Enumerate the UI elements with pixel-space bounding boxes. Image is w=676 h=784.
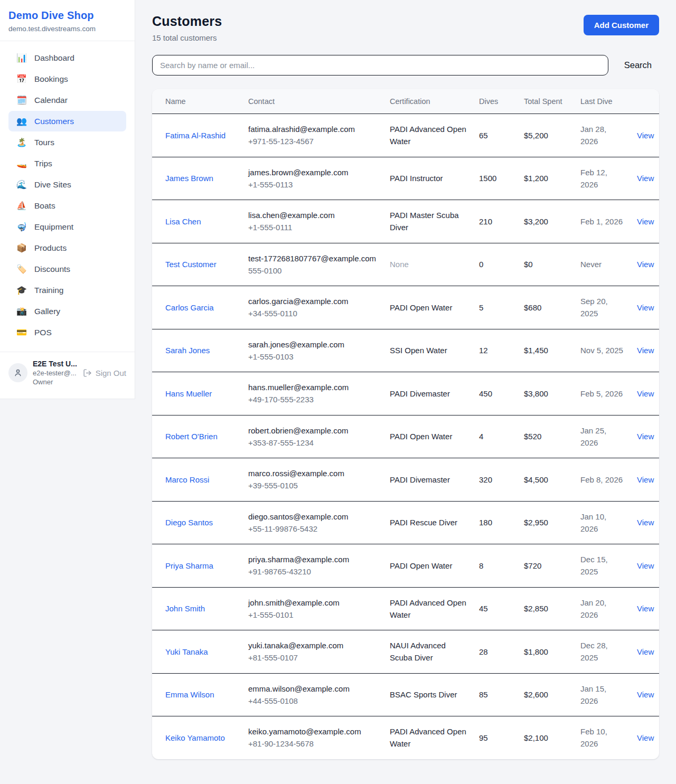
view-link[interactable]: View [637,303,654,312]
customer-name-link[interactable]: Keiko Yamamoto [165,733,225,742]
customer-certification: PADI Advanced Open Water [383,114,473,157]
sidebar-item-training[interactable]: 🎓 Training [8,280,126,300]
wave-icon: 🌊 [16,180,27,190]
customer-email: fatima.alrashid@example.com [248,123,377,135]
customer-name-link[interactable]: Hans Mueller [165,389,212,398]
customer-dives: 95 [473,716,518,759]
sidebar-item-trips[interactable]: 🚤 Trips [8,153,126,174]
sidebar-item-boats[interactable]: ⛵ Boats [8,195,126,216]
customer-phone: +81-555-0107 [248,651,377,664]
view-link[interactable]: View [637,217,654,226]
view-link[interactable]: View [637,604,654,613]
customer-name-link[interactable]: James Brown [165,174,213,183]
sidebar-item-dive-sites[interactable]: 🌊 Dive Sites [8,174,126,195]
customer-total-spent: $0 [518,243,574,286]
customer-name-link[interactable]: Yuki Tanaka [165,647,208,656]
customer-name-link[interactable]: Lisa Chen [165,217,201,226]
customer-name-link[interactable]: Robert O'Brien [165,432,218,441]
customer-name-link[interactable]: Test Customer [165,260,217,269]
customer-certification: PADI Advanced Open Water [383,716,473,759]
customer-phone: 555-0100 [248,265,377,277]
sidebar-item-customers[interactable]: 👥 Customers [8,111,126,131]
view-link[interactable]: View [637,518,654,527]
customer-last-dive: Jan 15, 2026 [574,673,631,716]
view-link[interactable]: View [637,432,654,441]
sidebar-item-label: Discounts [34,265,70,274]
customer-dives: 85 [473,673,518,716]
sidebar-item-gallery[interactable]: 📸 Gallery [8,301,126,322]
customer-phone: +1-555-0111 [248,221,377,233]
sign-out-label: Sign Out [96,369,126,377]
page-title: Customers [152,14,222,29]
view-link[interactable]: View [637,475,654,484]
sidebar-item-discounts[interactable]: 🏷️ Discounts [8,259,126,279]
customer-certification: NAUI Advanced Scuba Diver [383,630,473,674]
sidebar-item-equipment[interactable]: 🤿 Equipment [8,216,126,237]
customer-email: sarah.jones@example.com [248,338,377,351]
customer-name-link[interactable]: Priya Sharma [165,561,213,570]
view-link[interactable]: View [637,561,654,570]
page-header-text: Customers 15 total customers [152,14,222,42]
customer-total-spent: $3,200 [518,200,574,243]
avatar [8,363,27,382]
customer-email: hans.mueller@example.com [248,381,377,393]
view-link[interactable]: View [637,389,654,398]
customer-phone: +34-555-0110 [248,307,377,319]
search-button[interactable]: Search [624,60,652,70]
view-link[interactable]: View [637,733,654,742]
customer-email: emma.wilson@example.com [248,683,377,695]
view-link[interactable]: View [637,131,654,140]
sidebar-item-bookings[interactable]: 📅 Bookings [8,69,126,89]
view-link[interactable]: View [637,260,654,269]
customer-name-link[interactable]: Emma Wilson [165,690,214,699]
view-link[interactable]: View [637,174,654,183]
sidebar-item-tours[interactable]: 🏝️ Tours [8,132,126,153]
customer-name-link[interactable]: John Smith [165,604,205,613]
sidebar-nav: 📊 Dashboard 📅 Bookings 🗓️ Calendar 👥 Cus… [0,41,135,351]
view-link[interactable]: View [637,346,654,355]
table-row: Emma Wilson emma.wilson@example.com+44-5… [152,673,659,716]
sidebar-item-label: Products [34,243,67,253]
customer-last-dive: Jan 20, 2026 [574,587,631,630]
customer-certification: PADI Master Scuba Diver [383,200,473,243]
table-row: Priya Sharma priya.sharma@example.com+91… [152,544,659,588]
add-customer-button[interactable]: Add Customer [584,15,659,35]
customer-phone: +49-170-555-2233 [248,393,377,405]
customer-certification: SSI Open Water [383,329,473,372]
customer-last-dive: Never [574,243,631,286]
customer-phone: +81-90-1234-5678 [248,738,377,750]
customer-last-dive: Nov 5, 2025 [574,329,631,372]
column-header-actions [631,89,659,114]
view-link[interactable]: View [637,647,654,656]
customer-phone: +971-55-123-4567 [248,135,377,147]
search-input[interactable] [152,55,608,75]
customer-name-link[interactable]: Diego Santos [165,518,213,527]
customer-total-spent: $4,500 [518,458,574,502]
customers-table-card: Name Contact Certification Dives Total S… [152,89,659,759]
customer-dives: 1500 [473,157,518,200]
user-box: E2E Test U... e2e-tester@... Owner Sign … [0,352,135,393]
user-email: e2e-tester@... [33,369,78,377]
dashboard-icon: 📊 [16,53,27,63]
column-header-dives: Dives [473,89,518,114]
customer-dives: 65 [473,114,518,157]
customer-email: lisa.chen@example.com [248,209,377,221]
customer-dives: 8 [473,544,518,588]
customer-certification: PADI Open Water [383,286,473,329]
customer-name-link[interactable]: Carlos Garcia [165,303,214,312]
sidebar-item-calendar[interactable]: 🗓️ Calendar [8,90,126,110]
sidebar-item-pos[interactable]: 💳 POS [8,322,126,343]
view-link[interactable]: View [637,690,654,699]
customer-name-link[interactable]: Marco Rossi [165,475,209,484]
sidebar-item-dashboard[interactable]: 📊 Dashboard [8,48,126,68]
customer-certification: PADI Open Water [383,544,473,588]
customer-name-link[interactable]: Sarah Jones [165,346,210,355]
customer-phone: +1-555-0101 [248,609,377,621]
customer-name-link[interactable]: Fatima Al-Rashid [165,131,226,140]
customer-dives: 450 [473,372,518,415]
sidebar-item-label: Calendar [34,96,68,105]
sign-out-button[interactable]: Sign Out [83,369,126,377]
customer-last-dive: Dec 28, 2025 [574,630,631,674]
sidebar-item-products[interactable]: 📦 Products [8,238,126,258]
sidebar-item-label: Trips [34,159,52,168]
